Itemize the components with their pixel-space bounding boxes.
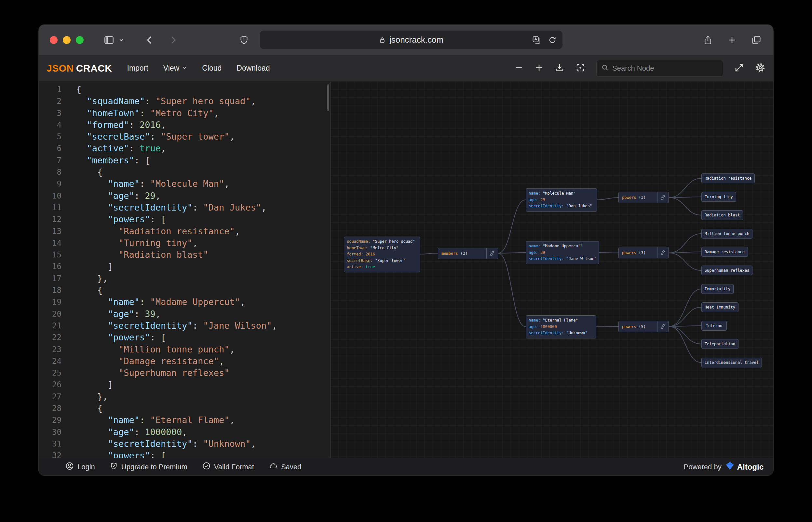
- node-row: active: true: [347, 264, 417, 270]
- graph-leaf-node[interactable]: Inferno: [701, 321, 727, 330]
- back-icon[interactable]: [145, 35, 154, 45]
- token: "age": [108, 191, 134, 201]
- line-number: 4: [39, 119, 62, 131]
- token: "name": [108, 179, 140, 189]
- token: [76, 179, 108, 189]
- download-image-icon[interactable]: [555, 63, 564, 74]
- line-number: 31: [39, 438, 62, 450]
- altogic-link[interactable]: Altogic: [726, 461, 764, 472]
- fullscreen-icon[interactable]: [734, 63, 744, 74]
- link-icon[interactable]: [657, 192, 665, 203]
- editor-scrollbar[interactable]: [327, 84, 329, 111]
- sidebar-icon[interactable]: [103, 35, 115, 45]
- graph-leaf-node[interactable]: Teleportation: [701, 339, 738, 349]
- zoom-out-icon[interactable]: [514, 63, 523, 74]
- token: : [: [150, 214, 166, 224]
- token: "secretIdentity": [108, 439, 193, 449]
- line-number: 5: [39, 131, 62, 143]
- lock-icon: [379, 37, 386, 44]
- token: [76, 297, 108, 307]
- graph-leaf-node[interactable]: Heat Immunity: [701, 302, 738, 312]
- code-line: "formed": 2016,: [76, 119, 277, 131]
- line-number: 32: [39, 450, 62, 458]
- graph-canvas[interactable]: squadName: "Super hero squad" homeTown: …: [331, 82, 773, 458]
- token: :: [129, 143, 140, 153]
- graph-leaf-node[interactable]: Immortality: [701, 284, 734, 294]
- graph-leaf-node[interactable]: Damage resistance: [701, 247, 748, 257]
- translate-icon[interactable]: [532, 36, 541, 45]
- graph-node-powers-3[interactable]: powers (5): [619, 321, 669, 332]
- graph-leaf-node[interactable]: Turning tiny: [701, 192, 736, 202]
- token: [76, 202, 108, 213]
- graph-leaf-node[interactable]: Radiation resistance: [701, 174, 755, 183]
- code-line: {: [76, 84, 277, 95]
- close-button[interactable]: [50, 36, 58, 44]
- token: 29: [145, 191, 155, 201]
- chevron-down-icon[interactable]: [118, 37, 125, 43]
- token: "Radiation resistance": [119, 226, 235, 236]
- graph-node-root[interactable]: squadName: "Super hero squad" homeTown: …: [344, 237, 420, 273]
- token: ,: [161, 143, 166, 153]
- code-line: "members": [: [76, 155, 277, 166]
- graph-leaf-node[interactable]: Interdimensional travel: [701, 358, 762, 367]
- token: :: [140, 108, 150, 118]
- code-line: "powers": [: [76, 214, 277, 225]
- gear-icon[interactable]: [755, 62, 766, 74]
- forward-icon[interactable]: [168, 35, 178, 45]
- graph-node-powers-1[interactable]: powers (3): [619, 192, 669, 203]
- zoom-in-icon[interactable]: [535, 63, 544, 74]
- token: ,: [229, 415, 234, 425]
- search-input[interactable]: [612, 64, 718, 73]
- token: "Madame Uppercut": [150, 297, 240, 307]
- token: "secretIdentity": [108, 321, 193, 330]
- token: :: [129, 120, 140, 130]
- app-logo[interactable]: JSONCRACK: [46, 63, 112, 74]
- json-editor[interactable]: 1234567891011121314151617181920212223242…: [39, 82, 330, 458]
- token: "secretBase": [87, 132, 150, 142]
- link-icon[interactable]: [486, 248, 495, 259]
- token: },: [76, 273, 108, 283]
- center-focus-icon[interactable]: [576, 63, 585, 74]
- token: ,: [224, 179, 229, 189]
- graph-node-powers-2[interactable]: powers (3): [619, 247, 669, 258]
- graph-node-member-3[interactable]: name: "Eternal Flame" age: 1000000 secre…: [526, 315, 596, 339]
- graph-node-members[interactable]: members (3): [438, 248, 498, 259]
- graph-leaf-node[interactable]: Superhuman reflexes: [701, 265, 752, 275]
- upgrade-premium-button[interactable]: Upgrade to Premium: [110, 462, 187, 472]
- token: [76, 108, 87, 118]
- link-icon[interactable]: [657, 247, 665, 258]
- token: "homeTown": [87, 108, 140, 118]
- token: [76, 120, 87, 130]
- graph-node-member-2[interactable]: name: "Madame Uppercut" age: 39 secretId…: [526, 241, 599, 264]
- menu-cloud[interactable]: Cloud: [202, 64, 222, 73]
- tabs-icon[interactable]: [751, 35, 762, 45]
- menu-download[interactable]: Download: [236, 64, 270, 73]
- link-icon[interactable]: [657, 321, 665, 332]
- user-icon: [65, 462, 74, 472]
- token: "name": [108, 415, 140, 425]
- menu-import[interactable]: Import: [127, 64, 148, 73]
- token: [76, 238, 119, 248]
- code-line: },: [76, 391, 277, 403]
- token: "Jane Wilson": [203, 321, 272, 330]
- token: ,: [250, 96, 256, 106]
- reload-icon[interactable]: [548, 36, 557, 44]
- zoom-button[interactable]: [76, 36, 84, 44]
- token: [76, 344, 119, 355]
- search-node-box[interactable]: [596, 60, 723, 77]
- graph-node-member-1[interactable]: name: "Molecule Man" age: 29 secretIdent…: [526, 188, 597, 212]
- new-tab-icon[interactable]: [727, 35, 737, 45]
- token: "powers": [108, 332, 150, 342]
- share-icon[interactable]: [703, 35, 713, 45]
- graph-leaf-node[interactable]: Million tonne punch: [701, 229, 752, 239]
- line-number: 20: [39, 308, 62, 320]
- menu-view[interactable]: View: [163, 64, 187, 73]
- login-button[interactable]: Login: [65, 462, 95, 472]
- address-bar[interactable]: jsoncrack.com: [260, 31, 562, 49]
- token: ,: [155, 309, 161, 319]
- token: [76, 321, 108, 330]
- minimize-button[interactable]: [63, 36, 70, 44]
- privacy-shield-icon[interactable]: [239, 35, 249, 45]
- graph-leaf-node[interactable]: Radiation blast: [701, 210, 743, 220]
- node-row: secretIdentity: "Unknown": [529, 330, 594, 337]
